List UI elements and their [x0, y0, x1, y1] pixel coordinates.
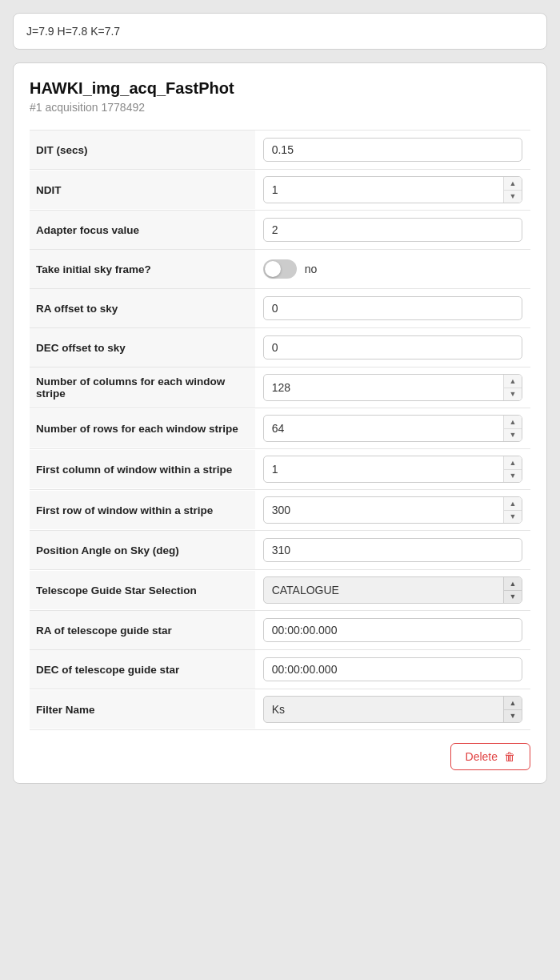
- spinner-first-row-input[interactable]: [264, 499, 503, 521]
- spinner-ndit-input[interactable]: [264, 179, 503, 201]
- form-row-ra-offset: RA offset to sky: [30, 288, 530, 327]
- select-filter-arrows: ▲ ▼: [503, 697, 522, 722]
- spinner-first-column-input[interactable]: [264, 458, 503, 480]
- value-ra-offset: [255, 289, 530, 327]
- form-row-num-rows: Number of rows for each window stripe ▲ …: [30, 408, 530, 448]
- spinner-first-row[interactable]: ▲ ▼: [263, 496, 522, 524]
- spinner-first-column[interactable]: ▲ ▼: [263, 456, 522, 483]
- toggle-label-take-sky: no: [305, 263, 318, 275]
- value-ra-guide-star: [255, 611, 530, 649]
- form-row-ra-guide-star: RA of telescope guide star: [30, 610, 530, 649]
- value-num-rows: ▲ ▼: [255, 408, 530, 448]
- spinner-num-columns-arrows: ▲ ▼: [503, 375, 522, 400]
- form-row-ndit: NDIT ▲ ▼: [30, 169, 530, 210]
- spinner-first-row-up[interactable]: ▲: [504, 497, 522, 511]
- delete-button[interactable]: Delete 🗑: [450, 743, 530, 770]
- select-guide-star-arrows: ▲ ▼: [503, 577, 522, 603]
- value-filter-name: Ks ▲ ▼: [255, 689, 530, 729]
- label-dec-guide-star: DEC of telescope guide star: [30, 650, 255, 689]
- label-ra-guide-star: RA of telescope guide star: [30, 611, 255, 649]
- toggle-take-sky[interactable]: [263, 259, 297, 279]
- value-ndit: ▲ ▼: [255, 170, 530, 210]
- spinner-first-row-arrows: ▲ ▼: [503, 497, 522, 523]
- select-guide-star-selection[interactable]: CATALOGUE ▲ ▼: [263, 576, 522, 604]
- input-ra-offset[interactable]: [263, 296, 522, 320]
- form-row-adapter-focus: Adapter focus value: [30, 210, 530, 249]
- spinner-first-column-up[interactable]: ▲: [504, 456, 522, 470]
- spinner-ndit-up[interactable]: ▲: [504, 177, 522, 191]
- input-dec-guide-star[interactable]: [263, 657, 522, 681]
- spinner-ndit-arrows: ▲ ▼: [503, 177, 522, 203]
- spinner-num-rows[interactable]: ▲ ▼: [263, 415, 522, 442]
- value-position-angle: [255, 531, 530, 569]
- select-guide-star-value: CATALOGUE: [264, 579, 503, 601]
- spinner-num-columns[interactable]: ▲ ▼: [263, 374, 522, 401]
- label-ra-offset: RA offset to sky: [30, 289, 255, 327]
- label-num-columns: Number of columns for each window stripe: [30, 368, 255, 408]
- form-row-dec-guide-star: DEC of telescope guide star: [30, 649, 530, 689]
- select-filter-name[interactable]: Ks ▲ ▼: [263, 696, 522, 723]
- label-dec-offset: DEC offset to sky: [30, 328, 255, 367]
- select-filter-up[interactable]: ▲: [504, 697, 522, 710]
- spinner-first-column-down[interactable]: ▼: [504, 470, 522, 483]
- select-filter-down[interactable]: ▼: [504, 710, 522, 723]
- spinner-num-columns-up[interactable]: ▲: [504, 375, 522, 388]
- form-row-first-row: First row of window within a stripe ▲ ▼: [30, 489, 530, 530]
- input-position-angle[interactable]: [263, 538, 522, 562]
- form-row-num-columns: Number of columns for each window stripe…: [30, 367, 530, 408]
- label-first-column: First column of window within a stripe: [30, 450, 255, 488]
- spinner-num-rows-down[interactable]: ▼: [504, 429, 522, 442]
- spinner-ndit[interactable]: ▲ ▼: [263, 176, 522, 203]
- top-info-text: J=7.9 H=7.8 K=7.7: [26, 25, 120, 38]
- value-dec-guide-star: [255, 650, 530, 689]
- delete-button-label: Delete: [466, 750, 498, 763]
- input-adapter-focus[interactable]: [263, 218, 522, 242]
- form-row-take-sky: Take initial sky frame? no: [30, 249, 530, 288]
- form-row-filter-name: Filter Name Ks ▲ ▼: [30, 689, 530, 730]
- label-adapter-focus: Adapter focus value: [30, 211, 255, 249]
- card-title: HAWKI_img_acq_FastPhot: [30, 79, 530, 98]
- top-info-card: J=7.9 H=7.8 K=7.7: [13, 13, 547, 50]
- label-take-sky: Take initial sky frame?: [30, 250, 255, 288]
- spinner-first-column-arrows: ▲ ▼: [503, 456, 522, 482]
- card-subtitle: #1 acquisition 1778492: [30, 101, 530, 114]
- spinner-num-rows-input[interactable]: [264, 417, 503, 440]
- label-dit: DIT (secs): [30, 131, 255, 169]
- toggle-wrapper-take-sky: no: [263, 259, 318, 279]
- label-ndit: NDIT: [30, 171, 255, 209]
- input-dit[interactable]: [263, 138, 522, 162]
- spinner-ndit-down[interactable]: ▼: [504, 191, 522, 203]
- value-take-sky: no: [255, 250, 530, 288]
- form-row-position-angle: Position Angle on Sky (deg): [30, 530, 530, 569]
- toggle-knob-take-sky: [265, 261, 281, 277]
- value-adapter-focus: [255, 211, 530, 249]
- form-row-first-column: First column of window within a stripe ▲…: [30, 448, 530, 489]
- select-guide-star-down[interactable]: ▼: [504, 591, 522, 604]
- form-row-dec-offset: DEC offset to sky: [30, 327, 530, 367]
- form-row-dit: DIT (secs): [30, 130, 530, 169]
- value-first-row: ▲ ▼: [255, 490, 530, 530]
- select-filter-value: Ks: [264, 698, 503, 721]
- spinner-num-columns-down[interactable]: ▼: [504, 388, 522, 401]
- spinner-num-rows-up[interactable]: ▲: [504, 416, 522, 429]
- trash-icon: 🗑: [504, 750, 515, 763]
- main-card: HAWKI_img_acq_FastPhot #1 acquisition 17…: [13, 62, 547, 784]
- label-first-row: First row of window within a stripe: [30, 491, 255, 529]
- value-num-columns: ▲ ▼: [255, 368, 530, 408]
- label-guide-star-selection: Telescope Guide Star Selection: [30, 571, 255, 609]
- label-filter-name: Filter Name: [30, 690, 255, 729]
- value-dec-offset: [255, 328, 530, 367]
- form-row-guide-star-selection: Telescope Guide Star Selection CATALOGUE…: [30, 569, 530, 610]
- spinner-num-columns-input[interactable]: [264, 376, 503, 399]
- spinner-first-row-down[interactable]: ▼: [504, 511, 522, 524]
- value-first-column: ▲ ▼: [255, 449, 530, 489]
- input-dec-offset[interactable]: [263, 335, 522, 359]
- spinner-num-rows-arrows: ▲ ▼: [503, 416, 522, 441]
- label-num-rows: Number of rows for each window stripe: [30, 409, 255, 448]
- value-dit: [255, 131, 530, 169]
- select-guide-star-up[interactable]: ▲: [504, 577, 522, 591]
- input-ra-guide-star[interactable]: [263, 618, 522, 642]
- value-guide-star-selection: CATALOGUE ▲ ▼: [255, 570, 530, 610]
- label-position-angle: Position Angle on Sky (deg): [30, 531, 255, 569]
- form-container: DIT (secs) NDIT ▲ ▼: [30, 130, 530, 730]
